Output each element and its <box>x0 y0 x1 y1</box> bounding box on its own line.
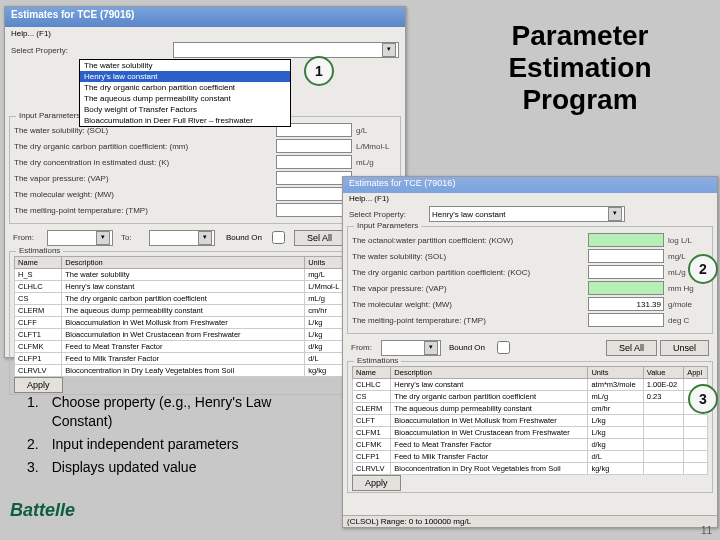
param-field[interactable] <box>276 155 352 169</box>
param-field[interactable] <box>276 203 352 217</box>
slide: Parameter Estimation Program Estimates f… <box>0 0 720 540</box>
param-field[interactable] <box>588 249 664 263</box>
table-row[interactable]: CSThe dry organic carbon partition coeff… <box>15 293 396 305</box>
bound-cb-front[interactable] <box>497 341 510 354</box>
table-row[interactable]: CLFFBioaccumulation in Wet Mollusk from … <box>15 317 396 329</box>
callout-1: 1 <box>304 56 334 86</box>
table-row[interactable]: CLHLCHenry's law constantL/Mmol-L10.183 <box>15 281 396 293</box>
dropdown-option[interactable]: Body weight of Transfer Factors <box>80 104 290 115</box>
callout-2: 2 <box>688 254 718 284</box>
help-link-front[interactable]: Help... (F1) <box>343 193 717 204</box>
table-row[interactable]: CLRVLVBioconcentration in Dry Leafy Vege… <box>15 365 396 377</box>
apply-front[interactable]: Apply <box>352 475 401 491</box>
param-field[interactable] <box>588 265 664 279</box>
est-table-front: NameDescriptionUnitsValueAppl CLHLCHenry… <box>352 366 708 475</box>
selall-back[interactable]: Sel All <box>294 230 345 246</box>
from-dd-back[interactable]: ▾ <box>47 230 113 246</box>
from-dd-front[interactable]: ▾ <box>381 340 441 356</box>
param-field[interactable] <box>588 297 664 311</box>
select-property-label: Select Property: <box>11 46 173 55</box>
chevron-down-icon: ▾ <box>382 43 396 57</box>
unsel-front[interactable]: Unsel <box>660 340 709 356</box>
titlebar-front: Estimates for TCE (79016) <box>343 177 717 193</box>
table-row[interactable]: CLFT1Bioaccumulation in Wet Crustacean f… <box>15 329 396 341</box>
table-row[interactable]: H_SThe water solubilitymg/L110 <box>15 269 396 281</box>
slide-number: 11 <box>701 525 712 536</box>
table-row[interactable]: CLFP1Feed to Milk Transfer Factord/L <box>15 353 396 365</box>
property-dropdown-front[interactable]: Henry's law constant▾ <box>429 206 625 222</box>
window-front: Estimates for TCE (79016) Help... (F1) S… <box>342 176 718 528</box>
dropdown-option[interactable]: The aqueous dump permeability constant <box>80 93 290 104</box>
titlebar-back: Estimates for TCE (79016) <box>5 7 405 27</box>
param-field[interactable] <box>276 187 352 201</box>
property-dropdown-back[interactable]: ▾ <box>173 42 399 58</box>
param-field[interactable] <box>588 233 664 247</box>
param-field[interactable] <box>588 313 664 327</box>
status-bar: (CLSOL) Range: 0 to 100000 mg/L <box>343 515 717 527</box>
table-row[interactable]: CLFMKFeed to Meat Transfer Factord/kg <box>353 439 708 451</box>
table-row[interactable]: CLERMThe aqueous dump permeability const… <box>15 305 396 317</box>
slide-title: Parameter Estimation Program <box>460 20 700 117</box>
input-section-front: Input Parameters The octanol:water parti… <box>347 226 713 334</box>
table-row[interactable]: CSThe dry organic carbon partition coeff… <box>353 391 708 403</box>
table-row[interactable]: CLFP1Feed to Milk Transfer Factord/L <box>353 451 708 463</box>
param-field[interactable] <box>276 171 352 185</box>
to-dd-back[interactable]: ▾ <box>149 230 215 246</box>
dropdown-list[interactable]: The water solubilityHenry's law constant… <box>79 59 291 127</box>
table-row[interactable]: CLHLCHenry's law constantatm*m3/mole1.00… <box>353 379 708 391</box>
table-row[interactable]: CLFMKFeed to Meat Transfer Factord/kg <box>15 341 396 353</box>
table-row[interactable]: CLERMThe aqueous dump permeability const… <box>353 403 708 415</box>
callout-3: 3 <box>688 384 718 414</box>
param-field[interactable] <box>588 281 664 295</box>
steps-list: 1.Choose property (e.g., Henry's Law Con… <box>24 390 324 480</box>
dropdown-option[interactable]: The water solubility <box>80 60 290 71</box>
est-section-front: Estimations NameDescriptionUnitsValueApp… <box>347 361 713 493</box>
chevron-down-icon: ▾ <box>608 207 622 221</box>
select-property-label-f: Select Property: <box>349 210 429 219</box>
table-row[interactable]: CLRVLVBioconcentration in Dry Root Veget… <box>353 463 708 475</box>
dropdown-option[interactable]: Henry's law constant <box>80 71 290 82</box>
param-field[interactable] <box>276 139 352 153</box>
est-table-back: NameDescriptionUnitsValue H_SThe water s… <box>14 256 396 377</box>
table-row[interactable]: CLFM1Bioaccumulation in Wet Crustacean f… <box>353 427 708 439</box>
help-link-back[interactable]: Help... (F1) <box>5 27 405 40</box>
table-row[interactable]: CLFTBioaccumulation in Wet Mollusk from … <box>353 415 708 427</box>
dropdown-option[interactable]: The dry organic carbon partition coeffic… <box>80 82 290 93</box>
brand-logo: Battelle <box>10 500 75 521</box>
dropdown-option[interactable]: Bioaccumulation in Deer Full River – fre… <box>80 115 290 126</box>
selall-front[interactable]: Sel All <box>606 340 657 356</box>
bound-cb-back[interactable] <box>272 231 285 244</box>
